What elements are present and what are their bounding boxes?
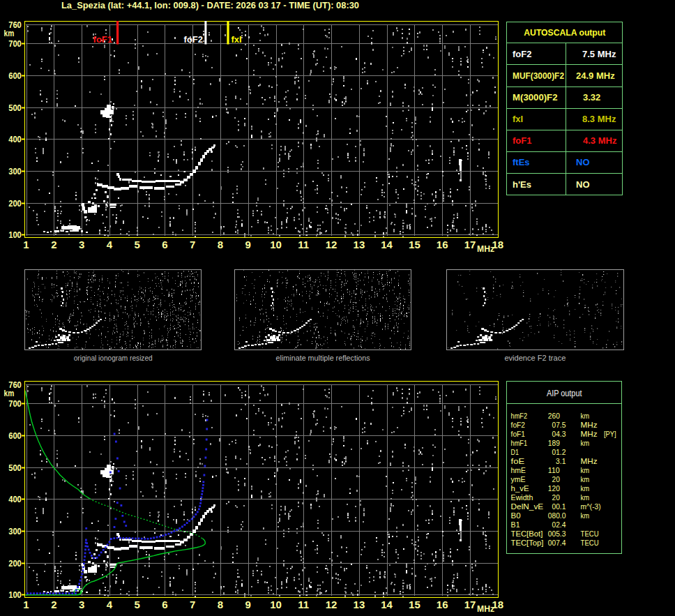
svg-text:20: 20 [552, 475, 560, 483]
svg-text:400: 400 [8, 134, 22, 144]
svg-text:8: 8 [218, 239, 223, 250]
svg-text:MHz: MHz [477, 243, 494, 254]
svg-text:TECU: TECU [581, 539, 599, 547]
svg-text:9: 9 [245, 599, 251, 610]
svg-text:189: 189 [548, 439, 560, 447]
svg-text:200: 200 [8, 558, 22, 569]
svg-text:MHz: MHz [581, 457, 598, 465]
svg-text:4.3 MHz: 4.3 MHz [583, 135, 617, 146]
svg-text:15: 15 [409, 599, 420, 610]
svg-text:11: 11 [298, 599, 309, 610]
svg-text:10: 10 [270, 599, 282, 610]
svg-text:MHz: MHz [581, 421, 598, 429]
svg-text:14: 14 [381, 599, 393, 610]
svg-text:5: 5 [134, 239, 139, 250]
svg-text:[PY]: [PY] [604, 430, 616, 438]
svg-text:16: 16 [437, 239, 448, 250]
svg-text:km: km [581, 412, 590, 420]
svg-text:eliminate multiple reflections: eliminate multiple reflections [276, 354, 370, 362]
svg-text:24.9 MHz: 24.9 MHz [576, 70, 615, 81]
svg-text:10: 10 [270, 239, 282, 250]
svg-text:D1: D1 [511, 448, 519, 456]
svg-text:5: 5 [134, 599, 139, 610]
svg-text:3: 3 [79, 239, 84, 250]
svg-text:8: 8 [218, 599, 223, 610]
svg-text:km: km [581, 493, 590, 502]
svg-text:400: 400 [8, 494, 22, 504]
svg-text:TEC[Bot]: TEC[Bot] [511, 529, 543, 538]
svg-text:04: 04 [552, 430, 561, 438]
svg-text:foF2: foF2 [184, 34, 203, 45]
svg-text:005: 005 [548, 529, 560, 538]
svg-text:2: 2 [51, 599, 56, 610]
svg-text:DelN_vE: DelN_vE [511, 502, 544, 511]
svg-text:00: 00 [552, 502, 560, 511]
svg-text:MHz: MHz [477, 603, 494, 614]
svg-text:1: 1 [23, 599, 29, 610]
svg-text:fxI: fxI [232, 34, 242, 45]
svg-text:TECU: TECU [581, 529, 599, 538]
svg-text:B1: B1 [511, 520, 520, 529]
svg-text:14: 14 [381, 239, 393, 250]
svg-text:20: 20 [552, 493, 560, 502]
svg-text:01: 01 [552, 448, 560, 456]
svg-text:.3: .3 [560, 430, 566, 438]
svg-text:17: 17 [464, 599, 476, 610]
svg-text:NO: NO [576, 157, 590, 167]
svg-text:foF1: foF1 [513, 135, 531, 146]
svg-text:La_Spezia (lat: +44.1, lon: 00: La_Spezia (lat: +44.1, lon: 009.8) - DAT… [61, 0, 359, 10]
svg-text:110: 110 [548, 466, 560, 474]
svg-text:Ewidth: Ewidth [511, 493, 533, 502]
svg-text:600: 600 [8, 70, 22, 81]
svg-text:7: 7 [190, 599, 195, 610]
svg-text:foF2: foF2 [513, 49, 531, 59]
svg-text:13: 13 [354, 239, 365, 250]
svg-text:7: 7 [190, 239, 195, 250]
svg-text:3: 3 [79, 599, 84, 610]
svg-text:007: 007 [548, 539, 560, 547]
svg-text:foE: foE [511, 457, 525, 465]
svg-text:.2: .2 [560, 448, 566, 456]
svg-text:600: 600 [8, 430, 22, 441]
svg-text:.4: .4 [560, 520, 566, 529]
svg-text:M(3000)F2: M(3000)F2 [513, 92, 558, 103]
svg-text:foF1: foF1 [511, 430, 525, 438]
svg-text:B0: B0 [511, 511, 521, 520]
svg-text:4: 4 [107, 599, 113, 610]
svg-text:km: km [581, 484, 590, 493]
svg-text:original ionogram resized: original ionogram resized [74, 354, 153, 362]
svg-text:.5: .5 [560, 421, 566, 429]
svg-text:fxI: fxI [513, 114, 523, 124]
svg-text:km: km [581, 475, 590, 483]
svg-text:h'Es: h'Es [513, 179, 531, 190]
svg-text:700: 700 [8, 398, 22, 409]
svg-text:MHz: MHz [581, 430, 598, 438]
svg-text:07: 07 [552, 421, 560, 429]
svg-text:260: 260 [548, 412, 560, 420]
svg-text:km: km [581, 439, 590, 447]
svg-text:ymE: ymE [511, 475, 526, 483]
svg-text:hmF2: hmF2 [511, 412, 528, 420]
svg-text:2: 2 [51, 239, 56, 250]
svg-text:500: 500 [8, 103, 22, 113]
svg-text:6: 6 [162, 599, 167, 610]
svg-text:15: 15 [409, 239, 420, 250]
svg-text:NO: NO [576, 179, 590, 190]
svg-text:13: 13 [354, 599, 365, 610]
svg-text:300: 300 [8, 526, 22, 536]
svg-text:080: 080 [548, 511, 560, 520]
svg-text:12: 12 [326, 599, 338, 610]
svg-text:02: 02 [552, 520, 560, 529]
svg-text:.0: .0 [560, 511, 566, 520]
svg-text:.1: .1 [560, 502, 566, 511]
svg-text:h_vE: h_vE [511, 484, 529, 493]
svg-text:120: 120 [548, 484, 560, 493]
svg-text:8.3 MHz: 8.3 MHz [582, 114, 616, 124]
svg-text:hmE: hmE [511, 466, 526, 474]
svg-text:TEC[Top]: TEC[Top] [511, 539, 544, 547]
svg-text:200: 200 [8, 198, 22, 209]
svg-text:km: km [4, 28, 15, 38]
svg-text:foF1: foF1 [93, 34, 112, 45]
svg-text:AUTOSCALA output: AUTOSCALA output [524, 27, 606, 38]
svg-text:100: 100 [8, 230, 22, 240]
